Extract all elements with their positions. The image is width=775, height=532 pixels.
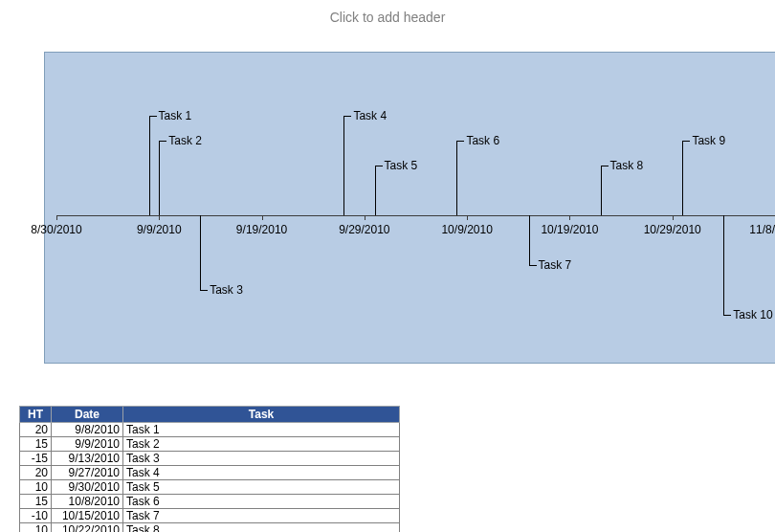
cell-date[interactable]: 9/30/2010 — [52, 480, 123, 495]
cell-task[interactable]: Task 3 — [123, 452, 400, 466]
cell-task[interactable]: Task 5 — [123, 480, 400, 495]
cell-task[interactable]: Task 6 — [123, 495, 400, 509]
task-stem — [682, 141, 683, 215]
cell-task[interactable]: Task 4 — [123, 466, 400, 480]
cell-ht[interactable]: 20 — [20, 466, 52, 480]
axis-tick-label: 9/29/2010 — [339, 223, 389, 236]
cell-date[interactable]: 9/9/2010 — [52, 437, 123, 452]
axis-tick — [467, 215, 468, 220]
col-header-date: Date — [52, 407, 123, 423]
cell-date[interactable]: 10/22/2010 — [52, 523, 123, 533]
cell-date[interactable]: 9/13/2010 — [52, 452, 123, 466]
task-label: Task 2 — [168, 134, 202, 147]
cell-task[interactable]: Task 1 — [123, 423, 400, 437]
axis-tick-label: 10/29/2010 — [644, 223, 701, 236]
table-row[interactable]: 159/9/2010Task 2 — [20, 437, 400, 452]
x-axis-line — [56, 215, 775, 216]
table-row[interactable]: -159/13/2010Task 3 — [20, 452, 400, 466]
task-cap — [149, 116, 157, 117]
col-header-task: Task — [123, 407, 400, 423]
task-label: Task 4 — [353, 109, 387, 122]
axis-tick-label: 8/30/2010 — [31, 223, 81, 236]
task-cap — [200, 290, 208, 291]
cell-date[interactable]: 9/8/2010 — [52, 423, 123, 437]
task-cap — [343, 116, 351, 117]
task-label: Task 6 — [466, 134, 499, 147]
table-row[interactable]: -1010/15/2010Task 7 — [20, 509, 400, 523]
cell-ht[interactable]: 15 — [20, 437, 52, 452]
cell-ht[interactable]: 10 — [20, 480, 52, 495]
task-cap — [456, 141, 464, 142]
task-stem — [529, 215, 530, 265]
axis-tick — [365, 215, 365, 220]
timeline-chart[interactable]: 8/30/20109/9/20109/19/20109/29/201010/9/… — [44, 52, 775, 364]
axis-tick-label: 10/19/2010 — [541, 223, 598, 236]
axis-tick — [262, 215, 263, 220]
col-header-ht: HT — [20, 407, 52, 423]
axis-tick-label: 10/9/2010 — [441, 223, 492, 236]
task-stem — [200, 215, 201, 290]
task-label: Task 1 — [159, 109, 192, 122]
task-label: Task 7 — [539, 258, 572, 272]
table-row[interactable]: 109/30/2010Task 5 — [20, 480, 400, 495]
task-stem — [723, 215, 724, 315]
cell-task[interactable]: Task 8 — [123, 523, 400, 533]
task-label: Task 8 — [610, 159, 644, 172]
task-cap — [682, 141, 690, 142]
cell-ht[interactable]: 20 — [20, 423, 52, 437]
axis-tick-label: 11/8/2010 — [749, 223, 775, 236]
task-cap — [723, 315, 731, 316]
task-stem — [375, 166, 376, 215]
cell-date[interactable]: 10/8/2010 — [52, 495, 123, 509]
task-stem — [456, 141, 457, 215]
axis-tick — [56, 215, 57, 220]
task-stem — [149, 116, 150, 215]
cell-date[interactable]: 9/27/2010 — [52, 466, 123, 480]
cell-date[interactable]: 10/15/2010 — [52, 509, 123, 523]
task-label: Task 9 — [692, 134, 725, 147]
cell-task[interactable]: Task 7 — [123, 509, 400, 523]
axis-tick — [673, 215, 674, 220]
task-cap — [375, 166, 383, 166]
table-header-row: HT Date Task — [20, 407, 400, 423]
task-cap — [529, 265, 537, 266]
task-stem — [159, 141, 160, 215]
task-label: Task 5 — [385, 159, 418, 172]
data-table[interactable]: HT Date Task 209/8/2010Task 1159/9/2010T… — [19, 406, 400, 532]
axis-tick-label: 9/19/2010 — [236, 223, 287, 236]
task-label: Task 10 — [733, 308, 772, 321]
task-stem — [601, 166, 602, 215]
axis-tick — [159, 215, 160, 220]
cell-ht[interactable]: 10 — [20, 523, 52, 533]
cell-ht[interactable]: -15 — [20, 452, 52, 466]
axis-tick-label: 9/9/2010 — [137, 223, 182, 236]
cell-ht[interactable]: 15 — [20, 495, 52, 509]
header-placeholder[interactable]: Click to add header — [0, 10, 775, 25]
task-stem — [343, 116, 344, 215]
axis-tick — [569, 215, 570, 220]
task-label: Task 3 — [210, 283, 243, 297]
table-row[interactable]: 209/8/2010Task 1 — [20, 423, 400, 437]
table-row[interactable]: 1510/8/2010Task 6 — [20, 495, 400, 509]
table-row[interactable]: 1010/22/2010Task 8 — [20, 523, 400, 533]
task-cap — [601, 166, 609, 166]
table-row[interactable]: 209/27/2010Task 4 — [20, 466, 400, 480]
cell-ht[interactable]: -10 — [20, 509, 52, 523]
cell-task[interactable]: Task 2 — [123, 437, 400, 452]
task-cap — [159, 141, 166, 142]
